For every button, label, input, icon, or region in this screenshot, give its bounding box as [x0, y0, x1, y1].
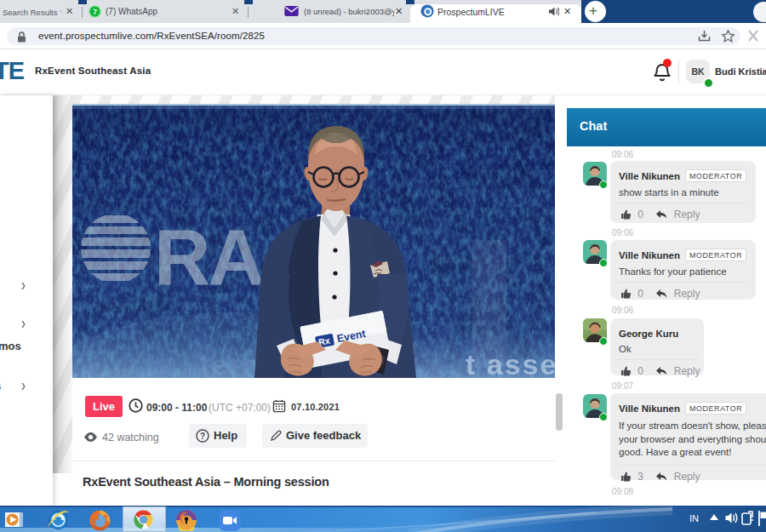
svg-text:?: ?	[200, 432, 205, 441]
svg-text:RA: RA	[154, 214, 263, 300]
svg-text:7: 7	[93, 8, 97, 16]
